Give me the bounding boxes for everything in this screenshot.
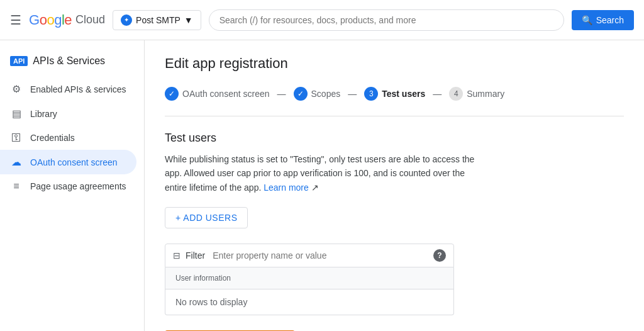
sidebar: API APIs & Services ⚙ Enabled APIs & ser… xyxy=(0,40,145,331)
step-oauth-consent: ✓ OAuth consent screen xyxy=(165,87,270,101)
filter-bar: ⊟ Filter ? xyxy=(165,244,454,267)
oauth-icon: ☁ xyxy=(10,156,23,168)
google-cloud-logo[interactable]: Google Cloud xyxy=(29,12,105,28)
step-label-summary: Summary xyxy=(467,89,504,99)
sidebar-item-library[interactable]: ▤ Library xyxy=(0,101,144,126)
help-icon[interactable]: ? xyxy=(433,249,446,262)
filter-input[interactable] xyxy=(213,250,423,261)
step-test-users: 3 Test users xyxy=(364,87,425,101)
dropdown-icon: ▼ xyxy=(184,15,193,25)
add-users-button[interactable]: + ADD USERS xyxy=(165,207,248,228)
divider-2: — xyxy=(348,89,357,99)
search-bar xyxy=(209,9,564,31)
menu-icon[interactable]: ☰ xyxy=(10,13,21,28)
step-summary: 4 Summary xyxy=(449,87,504,101)
search-icon: 🔍 xyxy=(582,15,592,25)
step-label-scopes: Scopes xyxy=(311,89,341,99)
filter-table-container: ⊟ Filter ? User information No rows to d… xyxy=(165,244,454,315)
sidebar-item-page-usage[interactable]: ≡ Page usage agreements xyxy=(0,174,144,198)
stepper: ✓ OAuth consent screen — ✓ Scopes — 3 Te… xyxy=(165,87,624,116)
main-content: Edit app registration ✓ OAuth consent sc… xyxy=(145,40,644,331)
library-icon: ▤ xyxy=(10,108,23,120)
sidebar-header: API APIs & Services xyxy=(0,50,144,77)
filter-icon: ⊟ xyxy=(173,250,180,261)
sidebar-item-label: Credentials xyxy=(30,133,75,143)
section-title: Test users xyxy=(165,132,624,145)
sidebar-item-oauth-consent[interactable]: ☁ OAuth consent screen xyxy=(0,150,136,174)
sidebar-item-credentials[interactable]: ⚿ Credentials xyxy=(0,126,144,150)
credentials-icon: ⚿ xyxy=(10,132,23,143)
page-usage-icon: ≡ xyxy=(10,181,23,192)
main-layout: API APIs & Services ⚙ Enabled APIs & ser… xyxy=(0,40,644,331)
page-title: Edit app registration xyxy=(165,55,624,72)
section-description: While publishing status is set to "Testi… xyxy=(165,152,479,194)
step-label-test-users: Test users xyxy=(382,89,425,99)
sidebar-title: APIs & Services xyxy=(33,55,105,67)
top-nav: ☰ Google Cloud ✦ Post SMTP ▼ 🔍 Search xyxy=(0,0,644,40)
api-badge: API xyxy=(10,56,28,66)
filter-label: Filter xyxy=(186,250,205,261)
divider-1: — xyxy=(277,89,286,99)
sidebar-item-label: Enabled APIs & services xyxy=(30,84,126,94)
project-icon: ✦ xyxy=(121,14,132,26)
google-logo: Google xyxy=(29,12,72,28)
table-header: User information xyxy=(165,267,453,289)
no-rows-message: No rows to display xyxy=(165,289,453,315)
search-button[interactable]: 🔍 Search xyxy=(572,10,634,30)
step-number-test-users: 3 xyxy=(364,87,378,101)
sidebar-item-label: Library xyxy=(30,109,57,119)
sidebar-item-label: OAuth consent screen xyxy=(30,157,118,167)
cloud-label: Cloud xyxy=(75,13,105,26)
divider-3: — xyxy=(433,89,441,99)
project-label: Post SMTP xyxy=(136,15,180,25)
settings-icon: ⚙ xyxy=(10,83,23,95)
learn-more-link[interactable]: Learn more xyxy=(264,182,309,193)
data-table: User information No rows to display xyxy=(165,267,454,315)
step-scopes: ✓ Scopes xyxy=(294,87,341,101)
search-input[interactable] xyxy=(219,15,553,25)
step-label-oauth: OAuth consent screen xyxy=(182,89,270,99)
step-check-scopes: ✓ xyxy=(294,87,308,101)
sidebar-item-enabled-apis[interactable]: ⚙ Enabled APIs & services xyxy=(0,77,144,101)
table-column-user-info: User information xyxy=(165,267,241,289)
project-selector[interactable]: ✦ Post SMTP ▼ xyxy=(113,10,201,30)
step-number-summary: 4 xyxy=(449,87,463,101)
sidebar-item-label: Page usage agreements xyxy=(30,181,126,191)
step-check-oauth: ✓ xyxy=(165,87,179,101)
